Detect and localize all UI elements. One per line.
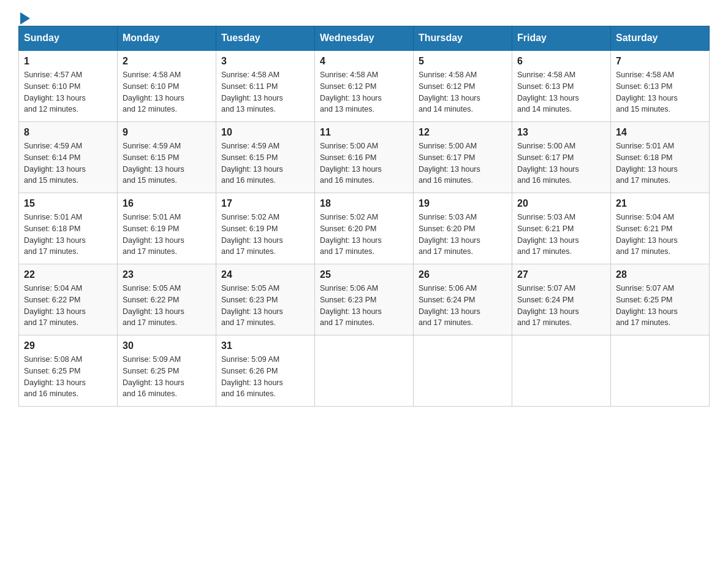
day-info: Sunrise: 5:06 AM Sunset: 6:24 PM Dayligh… bbox=[419, 283, 507, 329]
day-number: 17 bbox=[221, 198, 309, 209]
day-info: Sunrise: 5:07 AM Sunset: 6:24 PM Dayligh… bbox=[517, 283, 605, 329]
calendar-cell: 25 Sunrise: 5:06 AM Sunset: 6:23 PM Dayl… bbox=[315, 264, 414, 335]
day-info: Sunrise: 5:09 AM Sunset: 6:25 PM Dayligh… bbox=[123, 354, 211, 400]
weekday-header-wednesday: Wednesday bbox=[315, 26, 414, 51]
day-info: Sunrise: 4:59 AM Sunset: 6:15 PM Dayligh… bbox=[221, 140, 309, 186]
calendar-cell: 6 Sunrise: 4:58 AM Sunset: 6:13 PM Dayli… bbox=[512, 50, 611, 122]
day-number: 20 bbox=[517, 198, 605, 209]
day-number: 8 bbox=[24, 127, 112, 138]
day-number: 6 bbox=[517, 56, 605, 67]
calendar-cell: 2 Sunrise: 4:58 AM Sunset: 6:10 PM Dayli… bbox=[118, 50, 216, 122]
calendar-cell: 30 Sunrise: 5:09 AM Sunset: 6:25 PM Dayl… bbox=[118, 335, 216, 407]
calendar-cell: 18 Sunrise: 5:02 AM Sunset: 6:20 PM Dayl… bbox=[315, 193, 414, 264]
day-number: 27 bbox=[517, 269, 605, 280]
day-number: 25 bbox=[320, 269, 408, 280]
weekday-header-tuesday: Tuesday bbox=[216, 26, 315, 51]
logo bbox=[18, 12, 30, 20]
calendar-cell: 22 Sunrise: 5:04 AM Sunset: 6:22 PM Dayl… bbox=[19, 264, 118, 335]
weekday-header-monday: Monday bbox=[118, 26, 216, 51]
day-number: 10 bbox=[221, 127, 309, 138]
day-info: Sunrise: 4:58 AM Sunset: 6:10 PM Dayligh… bbox=[123, 69, 211, 115]
calendar-cell bbox=[512, 335, 611, 407]
day-number: 21 bbox=[616, 198, 704, 209]
calendar-cell: 15 Sunrise: 5:01 AM Sunset: 6:18 PM Dayl… bbox=[19, 193, 118, 264]
calendar-week-3: 15 Sunrise: 5:01 AM Sunset: 6:18 PM Dayl… bbox=[19, 193, 710, 264]
day-info: Sunrise: 5:01 AM Sunset: 6:18 PM Dayligh… bbox=[616, 140, 704, 186]
day-info: Sunrise: 5:05 AM Sunset: 6:22 PM Dayligh… bbox=[123, 283, 211, 329]
calendar-cell: 9 Sunrise: 4:59 AM Sunset: 6:15 PM Dayli… bbox=[118, 122, 216, 193]
weekday-header-sunday: Sunday bbox=[19, 26, 118, 51]
day-info: Sunrise: 5:00 AM Sunset: 6:16 PM Dayligh… bbox=[320, 140, 408, 186]
day-info: Sunrise: 5:07 AM Sunset: 6:25 PM Dayligh… bbox=[616, 283, 704, 329]
day-info: Sunrise: 5:04 AM Sunset: 6:22 PM Dayligh… bbox=[24, 283, 112, 329]
day-info: Sunrise: 5:02 AM Sunset: 6:20 PM Dayligh… bbox=[320, 212, 408, 258]
calendar-cell bbox=[414, 335, 512, 407]
calendar-cell: 29 Sunrise: 5:08 AM Sunset: 6:25 PM Dayl… bbox=[19, 335, 118, 407]
day-info: Sunrise: 4:58 AM Sunset: 6:13 PM Dayligh… bbox=[616, 69, 704, 115]
day-number: 11 bbox=[320, 127, 408, 138]
calendar-cell: 7 Sunrise: 4:58 AM Sunset: 6:13 PM Dayli… bbox=[611, 50, 710, 122]
day-info: Sunrise: 5:01 AM Sunset: 6:18 PM Dayligh… bbox=[24, 212, 112, 258]
calendar-cell: 12 Sunrise: 5:00 AM Sunset: 6:17 PM Dayl… bbox=[414, 122, 512, 193]
calendar-cell: 24 Sunrise: 5:05 AM Sunset: 6:23 PM Dayl… bbox=[216, 264, 315, 335]
day-number: 1 bbox=[24, 56, 112, 67]
weekday-header-row: SundayMondayTuesdayWednesdayThursdayFrid… bbox=[19, 26, 710, 51]
day-info: Sunrise: 5:06 AM Sunset: 6:23 PM Dayligh… bbox=[320, 283, 408, 329]
calendar-cell: 19 Sunrise: 5:03 AM Sunset: 6:20 PM Dayl… bbox=[414, 193, 512, 264]
calendar-cell: 4 Sunrise: 4:58 AM Sunset: 6:12 PM Dayli… bbox=[315, 50, 414, 122]
day-number: 3 bbox=[221, 56, 309, 67]
day-info: Sunrise: 5:03 AM Sunset: 6:20 PM Dayligh… bbox=[419, 212, 507, 258]
day-number: 18 bbox=[320, 198, 408, 209]
calendar-cell bbox=[315, 335, 414, 407]
day-number: 2 bbox=[123, 56, 211, 67]
calendar-cell bbox=[611, 335, 710, 407]
calendar-week-2: 8 Sunrise: 4:59 AM Sunset: 6:14 PM Dayli… bbox=[19, 122, 710, 193]
day-info: Sunrise: 4:57 AM Sunset: 6:10 PM Dayligh… bbox=[24, 69, 112, 115]
calendar-week-5: 29 Sunrise: 5:08 AM Sunset: 6:25 PM Dayl… bbox=[19, 335, 710, 407]
day-number: 29 bbox=[24, 340, 112, 351]
day-number: 28 bbox=[616, 269, 704, 280]
calendar-cell: 1 Sunrise: 4:57 AM Sunset: 6:10 PM Dayli… bbox=[19, 50, 118, 122]
weekday-header-saturday: Saturday bbox=[611, 26, 710, 51]
calendar-cell: 11 Sunrise: 5:00 AM Sunset: 6:16 PM Dayl… bbox=[315, 122, 414, 193]
day-number: 13 bbox=[517, 127, 605, 138]
day-number: 16 bbox=[123, 198, 211, 209]
day-info: Sunrise: 5:04 AM Sunset: 6:21 PM Dayligh… bbox=[616, 212, 704, 258]
logo-arrow-icon bbox=[20, 12, 30, 25]
day-info: Sunrise: 4:59 AM Sunset: 6:15 PM Dayligh… bbox=[123, 140, 211, 186]
day-number: 15 bbox=[24, 198, 112, 209]
day-number: 22 bbox=[24, 269, 112, 280]
day-number: 12 bbox=[419, 127, 507, 138]
calendar-cell: 21 Sunrise: 5:04 AM Sunset: 6:21 PM Dayl… bbox=[611, 193, 710, 264]
calendar-cell: 28 Sunrise: 5:07 AM Sunset: 6:25 PM Dayl… bbox=[611, 264, 710, 335]
day-info: Sunrise: 5:05 AM Sunset: 6:23 PM Dayligh… bbox=[221, 283, 309, 329]
day-number: 26 bbox=[419, 269, 507, 280]
calendar-cell: 13 Sunrise: 5:00 AM Sunset: 6:17 PM Dayl… bbox=[512, 122, 611, 193]
calendar-cell: 3 Sunrise: 4:58 AM Sunset: 6:11 PM Dayli… bbox=[216, 50, 315, 122]
day-info: Sunrise: 4:58 AM Sunset: 6:11 PM Dayligh… bbox=[221, 69, 309, 115]
calendar-week-1: 1 Sunrise: 4:57 AM Sunset: 6:10 PM Dayli… bbox=[19, 50, 710, 122]
calendar-week-4: 22 Sunrise: 5:04 AM Sunset: 6:22 PM Dayl… bbox=[19, 264, 710, 335]
day-number: 5 bbox=[419, 56, 507, 67]
day-info: Sunrise: 5:03 AM Sunset: 6:21 PM Dayligh… bbox=[517, 212, 605, 258]
day-info: Sunrise: 5:00 AM Sunset: 6:17 PM Dayligh… bbox=[419, 140, 507, 186]
calendar-cell: 5 Sunrise: 4:58 AM Sunset: 6:12 PM Dayli… bbox=[414, 50, 512, 122]
day-info: Sunrise: 5:01 AM Sunset: 6:19 PM Dayligh… bbox=[123, 212, 211, 258]
calendar-cell: 27 Sunrise: 5:07 AM Sunset: 6:24 PM Dayl… bbox=[512, 264, 611, 335]
day-number: 14 bbox=[616, 127, 704, 138]
calendar-table: SundayMondayTuesdayWednesdayThursdayFrid… bbox=[18, 26, 710, 407]
calendar-cell: 16 Sunrise: 5:01 AM Sunset: 6:19 PM Dayl… bbox=[118, 193, 216, 264]
day-number: 24 bbox=[221, 269, 309, 280]
day-number: 9 bbox=[123, 127, 211, 138]
day-number: 31 bbox=[221, 340, 309, 351]
day-number: 23 bbox=[123, 269, 211, 280]
page-header bbox=[18, 12, 710, 20]
calendar-cell: 8 Sunrise: 4:59 AM Sunset: 6:14 PM Dayli… bbox=[19, 122, 118, 193]
day-info: Sunrise: 5:08 AM Sunset: 6:25 PM Dayligh… bbox=[24, 354, 112, 400]
calendar-cell: 17 Sunrise: 5:02 AM Sunset: 6:19 PM Dayl… bbox=[216, 193, 315, 264]
calendar-cell: 23 Sunrise: 5:05 AM Sunset: 6:22 PM Dayl… bbox=[118, 264, 216, 335]
day-number: 30 bbox=[123, 340, 211, 351]
day-number: 4 bbox=[320, 56, 408, 67]
day-number: 19 bbox=[419, 198, 507, 209]
day-info: Sunrise: 4:58 AM Sunset: 6:12 PM Dayligh… bbox=[320, 69, 408, 115]
